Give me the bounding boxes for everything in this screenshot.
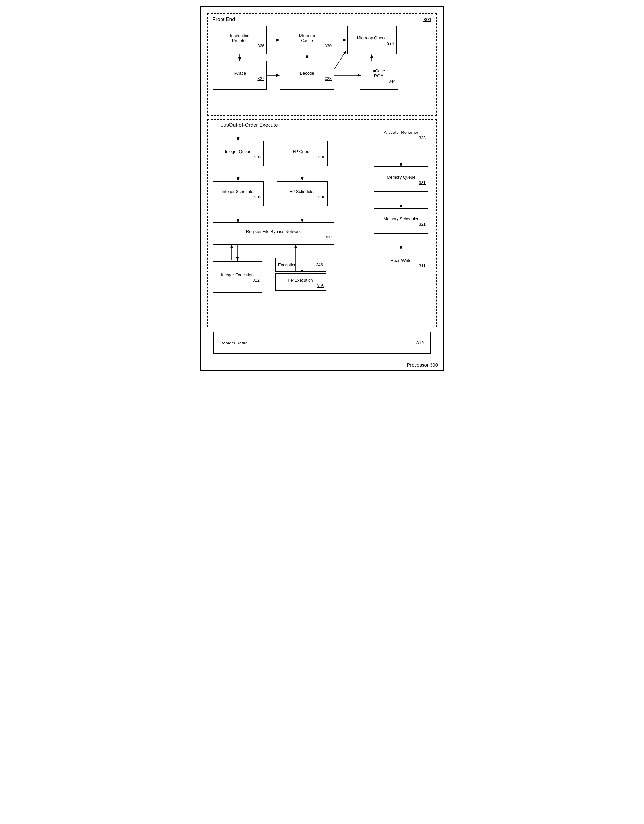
fp-scheduler-box: FP Scheduler 306: [277, 181, 328, 206]
decode-box: Decode 328: [280, 61, 334, 90]
memory-scheduler-box: Memory Scheduler 321: [374, 208, 428, 234]
processor-diagram: Processor 300 Front End 301 Instruction …: [200, 6, 444, 371]
instruction-prefetch-box: Instruction Prefetch 326: [212, 26, 267, 54]
reorder-retire-box: Reorder Retire 310: [213, 332, 431, 354]
integer-queue-box: Integer Queue 332: [212, 141, 264, 166]
integer-scheduler-box: Integer Scheduler 302: [212, 181, 264, 206]
ooo-section: 303 Out-of-Order Execute Integer Queue 3…: [207, 119, 437, 327]
register-file-bypass-box: Register File Bypass Network 308: [212, 223, 334, 245]
allocator-renamer-box: Allocator Renamer 333: [374, 121, 428, 147]
processor-label: Processor 300: [407, 362, 438, 367]
fp-queue-box: FP Queue 336: [277, 141, 328, 166]
memory-queue-box: Memory Queue 331: [374, 166, 428, 192]
fp-execution-box: FP Execution 316: [275, 274, 326, 291]
front-end-label: Front End: [212, 17, 235, 22]
front-end-section: Front End 301 Instruction Prefetch 326 I…: [207, 14, 437, 116]
micro-op-cache-box: Micro-op Cache 330: [280, 26, 334, 54]
ooo-number: 303: [221, 122, 229, 128]
exception-box: Exception 346: [275, 258, 326, 272]
ooo-label: Out-of-Order Execute: [229, 122, 278, 128]
integer-execution-box: Integer Execution 312: [212, 261, 262, 293]
front-end-number: 301: [423, 17, 432, 22]
ucode-rom-box: uCode ROM 344: [360, 61, 398, 90]
micro-op-queue-box: Micro-op Queue 334: [347, 26, 397, 54]
fp-exception-group: Exception 346 FP Execution 316: [275, 258, 332, 289]
read-write-box: Read/Write 311: [374, 250, 428, 275]
i-cache-box: I-Cace 327: [212, 61, 267, 90]
right-column: Allocator Renamer 333 Memory Queue 331 M…: [374, 131, 432, 307]
